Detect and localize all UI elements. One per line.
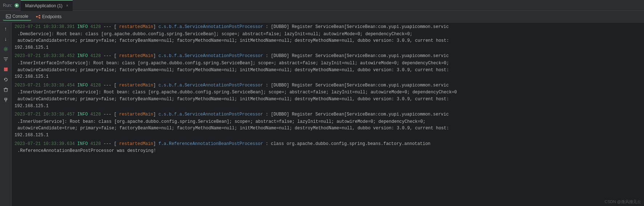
log-continuation: .InnerUserInterfaceInfoService]: Root be… bbox=[17, 90, 457, 95]
svg-point-4 bbox=[36, 16, 37, 17]
stop-button[interactable] bbox=[1, 65, 11, 74]
run-label: Run: bbox=[3, 3, 12, 8]
clear-icon bbox=[3, 87, 8, 92]
class-name: c.s.b.f.a.ServiceAnnotationPostProcessor bbox=[158, 53, 263, 58]
log-continuation: autowireCandidate=true; primary=false; f… bbox=[17, 38, 449, 43]
pid: 4128 bbox=[90, 53, 101, 58]
log-continuation: autowireCandidate=true; primary=false; f… bbox=[17, 97, 449, 102]
timestamp: 2023-07-21 10:33:38.452 bbox=[15, 53, 75, 58]
pin-icon bbox=[3, 97, 8, 102]
rerun-icon bbox=[3, 77, 8, 82]
log-entry: 192.168.125.1 bbox=[12, 73, 644, 82]
log-level: INFO bbox=[77, 24, 88, 29]
toolbar: Console Endpoints bbox=[0, 11, 644, 23]
settings-button[interactable] bbox=[1, 44, 11, 54]
log-level: INFO bbox=[77, 141, 88, 146]
log-entry: autowireCandidate=true; primary=false; f… bbox=[12, 37, 644, 44]
log-entry: 2023-07-21 10:33:38.391 INFO 4128 --- [ … bbox=[12, 23, 644, 31]
timestamp: 2023-07-21 10:33:38.454 bbox=[15, 83, 75, 88]
thread-name: restartedMain bbox=[119, 53, 153, 58]
timestamp: 2023-07-21 10:33:38.391 bbox=[15, 24, 75, 29]
log-continuation: .InnerInterfaceInfoService]: Root bean: … bbox=[17, 61, 449, 66]
timestamp: 2023-07-21 10:33:38.457 bbox=[15, 112, 75, 117]
ip-address: 192.168.125.1 bbox=[15, 45, 49, 50]
thread-name: restartedMain bbox=[119, 83, 153, 88]
log-message: : [DUBBO] Register ServiceBean[ServiceBe… bbox=[263, 83, 449, 88]
log-entry: autowireCandidate=true; primary=false; f… bbox=[12, 96, 644, 103]
pid: 4128 bbox=[90, 112, 101, 117]
filter-icon bbox=[3, 57, 8, 62]
settings-icon bbox=[3, 47, 8, 52]
stop-icon bbox=[4, 67, 8, 72]
svg-line-7 bbox=[37, 16, 39, 17]
svg-line-8 bbox=[37, 17, 39, 18]
ip-address: 192.168.125.1 bbox=[15, 133, 49, 138]
log-entry: .DemoService]: Root bean: class [org.apa… bbox=[12, 31, 644, 38]
log-entry: 2023-07-21 10:33:38.452 INFO 4128 --- [ … bbox=[12, 52, 644, 60]
ip-address: 192.168.125.1 bbox=[15, 74, 49, 79]
log-level: INFO bbox=[77, 83, 88, 88]
watermark: CSDN @微风撞见云 bbox=[605, 199, 641, 205]
class-name: c.s.b.f.a.ServiceAnnotationPostProcessor bbox=[158, 112, 263, 117]
clear-button[interactable] bbox=[1, 85, 11, 94]
log-message: : [DUBBO] Register ServiceBean[ServiceBe… bbox=[263, 24, 449, 29]
svg-rect-13 bbox=[4, 68, 8, 71]
rerun-button[interactable] bbox=[1, 75, 11, 84]
endpoints-label: Endpoints bbox=[42, 14, 61, 19]
svg-marker-14 bbox=[4, 79, 5, 80]
app-icon bbox=[14, 3, 19, 8]
pin-button[interactable] bbox=[1, 95, 11, 105]
thread-name: restartedMain bbox=[119, 141, 153, 146]
log-entry: .InnerInterfaceInfoService]: Root bean: … bbox=[12, 60, 644, 67]
side-toolbar: ↑ ↓ bbox=[0, 23, 12, 206]
log-entry: .ReferenceAnnotationBeanPostProcessor wa… bbox=[12, 148, 644, 154]
console-label: Console bbox=[12, 14, 28, 19]
log-continuation: .ReferenceAnnotationBeanPostProcessor wa… bbox=[17, 148, 156, 153]
log-continuation: .DemoService]: Root bean: class [org.apa… bbox=[17, 32, 412, 37]
log-continuation: autowireCandidate=true; primary=false; f… bbox=[17, 126, 449, 131]
scroll-up-button[interactable]: ↑ bbox=[1, 24, 11, 33]
main-application-tab[interactable]: MainApplication (1) × bbox=[21, 0, 73, 11]
class-name: c.s.b.f.a.ServiceAnnotationPostProcessor bbox=[158, 83, 263, 88]
console-icon bbox=[6, 14, 11, 19]
log-panel[interactable]: 2023-07-21 10:33:38.391 INFO 4128 --- [ … bbox=[12, 23, 644, 206]
svg-rect-15 bbox=[4, 89, 7, 92]
endpoints-tab-button[interactable]: Endpoints bbox=[33, 13, 64, 20]
log-level: INFO bbox=[77, 112, 88, 117]
tab-close-button[interactable]: × bbox=[66, 4, 68, 8]
log-message: : [DUBBO] Register ServiceBean[ServiceBe… bbox=[263, 112, 449, 117]
filter-button[interactable] bbox=[1, 54, 11, 64]
svg-point-6 bbox=[39, 17, 40, 19]
log-message: : class org.apache.dubbo.config.spring.b… bbox=[263, 141, 430, 146]
log-entry: 192.168.125.1 bbox=[12, 103, 644, 111]
main-layout: ↑ ↓ bbox=[0, 23, 644, 206]
svg-point-9 bbox=[5, 48, 7, 50]
scroll-down-button[interactable]: ↓ bbox=[1, 34, 11, 44]
class-name: f.a.ReferenceAnnotationBeanPostProcessor bbox=[158, 141, 263, 146]
log-message: : [DUBBO] Register ServiceBean[ServiceBe… bbox=[263, 53, 449, 58]
log-entry: autowireCandidate=true; primary=false; f… bbox=[12, 67, 644, 74]
log-continuation: autowireCandidate=true; primary=false; f… bbox=[17, 68, 449, 73]
log-entry: autowireCandidate=true; primary=false; f… bbox=[12, 125, 644, 132]
log-level: INFO bbox=[77, 53, 88, 58]
ip-address: 192.168.125.1 bbox=[15, 104, 49, 109]
console-tab-button[interactable]: Console bbox=[3, 13, 31, 21]
log-continuation: .InnerUserService]: Root bean: class [or… bbox=[17, 119, 425, 124]
thread-name: restartedMain bbox=[119, 112, 153, 117]
timestamp: 2023-07-21 10:33:39.634 bbox=[15, 141, 75, 146]
log-entry: .InnerUserService]: Root bean: class [or… bbox=[12, 118, 644, 125]
log-entry: 2023-07-21 10:33:39.634 INFO 4128 --- [ … bbox=[12, 140, 644, 148]
pid: 4128 bbox=[90, 83, 101, 88]
log-entry: 192.168.125.1 bbox=[12, 44, 644, 53]
log-entry: 2023-07-21 10:33:38.457 INFO 4128 --- [ … bbox=[12, 111, 644, 118]
log-entry: .InnerUserInterfaceInfoService]: Root be… bbox=[12, 89, 644, 96]
class-name: c.s.b.f.a.ServiceAnnotationPostProcessor bbox=[158, 24, 263, 29]
top-bar: Run: MainApplication (1) × bbox=[0, 0, 644, 11]
log-entry: 192.168.125.1 bbox=[12, 132, 644, 140]
svg-point-5 bbox=[39, 15, 40, 16]
endpoints-icon bbox=[36, 14, 41, 19]
log-entry: 2023-07-21 10:33:38.454 INFO 4128 --- [ … bbox=[12, 82, 644, 89]
pid: 4128 bbox=[90, 141, 101, 146]
thread-name: restartedMain bbox=[119, 24, 153, 29]
tab-label: MainApplication (1) bbox=[25, 3, 62, 8]
